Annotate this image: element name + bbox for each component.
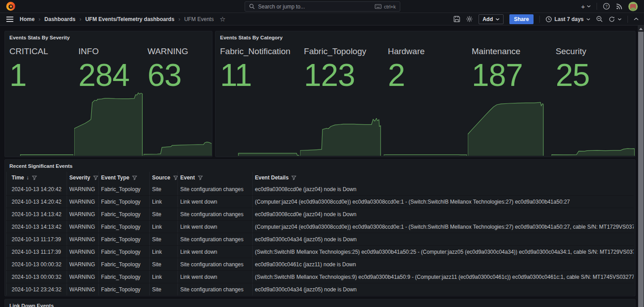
event-row[interactable]: 2024-10-13 14:20:42WARNINGFabric_Topolog… [6, 183, 634, 196]
keyboard-icon [375, 4, 381, 9]
event-row[interactable]: 2024-10-13 11:17:39WARNINGFabric_Topolog… [6, 233, 634, 246]
share-button[interactable]: Share [509, 14, 533, 24]
user-avatar[interactable] [628, 2, 638, 11]
category-stats: Fabric_Notification 11 Fabric_Topology 1… [216, 42, 635, 157]
event-row[interactable]: 2024-10-13 14:13:42WARNINGFabric_Topolog… [6, 208, 634, 221]
add-panel-button[interactable]: Add [479, 14, 504, 24]
stat-value: 11 [220, 60, 298, 91]
breadcrumb-separator: › [80, 16, 81, 22]
event-cell: ec0d9a0300c04a34 (jazz05) node is Down [252, 233, 634, 245]
news-button[interactable] [616, 3, 623, 10]
keyboard-shortcut: ctrl+k [375, 4, 396, 9]
breadcrumb-item[interactable]: Dashboards [44, 16, 75, 22]
stat-label: INFO [78, 47, 141, 56]
event-cell: (Computer:jazz04 (ec0d9a03008ccd0e)) ec0… [252, 221, 634, 233]
event-cell: Site [149, 233, 178, 245]
panel-title[interactable]: Events Stats By Category [216, 31, 635, 40]
event-row[interactable]: 2024-10-12 23:24:32WARNINGFabric_Topolog… [6, 283, 634, 296]
save-dashboard-button[interactable] [453, 16, 460, 22]
scrollbar-thumb[interactable] [638, 32, 644, 307]
refresh-button[interactable] [609, 16, 622, 22]
page-scrollbar[interactable] [638, 26, 644, 307]
event-row[interactable]: 2024-10-13 14:20:42WARNINGFabric_Topolog… [6, 196, 634, 208]
column-header-severity[interactable]: Severity [67, 172, 98, 183]
dashboard-toolbar: Home›Dashboards›UFM Events/Telemetry das… [0, 13, 644, 26]
grafana-logo-icon[interactable] [6, 2, 15, 11]
events-table: Time↓SeverityEvent TypeSourceEventEvent … [6, 172, 634, 296]
stat-label: WARNING [148, 47, 210, 56]
scrollbar-up-arrow[interactable] [639, 28, 643, 30]
column-header-time[interactable]: Time↓ [6, 172, 67, 183]
event-cell: 2024-10-13 14:20:42 [6, 183, 67, 195]
breadcrumb-item[interactable]: UFM Events/Telemetry dashboards [85, 16, 174, 22]
zoom-out-time-button[interactable] [596, 16, 603, 22]
column-header-label: Event Type [101, 175, 129, 181]
sort-desc-icon: ↓ [26, 175, 29, 181]
collapse-top-bar-button[interactable] [634, 17, 639, 21]
event-row[interactable]: 2024-10-13 00:00:32WARNINGFabric_Topolog… [6, 258, 634, 271]
event-cell: ec0d9a03008ccd0e (jazz04) node is Down [252, 208, 634, 220]
event-cell: WARNING [67, 258, 98, 270]
favorite-star-icon[interactable]: ☆ [220, 16, 225, 22]
help-icon: ? [603, 3, 610, 10]
filter-icon[interactable] [173, 175, 178, 180]
mega-menu-button[interactable] [5, 16, 14, 23]
column-header-event-details[interactable]: Event Details [252, 172, 634, 183]
stat-label: Fabric_Notification [220, 47, 298, 56]
svg-text:?: ? [605, 4, 607, 9]
sparkline-chart [216, 152, 299, 156]
event-cell: Link [149, 221, 178, 233]
event-cell: Site [149, 183, 178, 195]
event-cell: Link [149, 196, 178, 208]
search-input[interactable]: Search or jump to... ctrl+k [245, 1, 400, 12]
top-nav: Search or jump to... ctrl+k + ? [0, 0, 644, 13]
dashboard-settings-button[interactable] [466, 16, 473, 22]
event-cell: 2024-10-13 00:00:32 [6, 258, 67, 270]
event-cell: Fabric_Topology [98, 271, 149, 283]
breadcrumb-item[interactable]: Home [20, 16, 34, 22]
breadcrumb-item[interactable]: UFM Events [184, 16, 214, 22]
event-cell: Fabric_Topology [98, 233, 149, 245]
event-cell: Fabric_Topology [98, 221, 149, 233]
table-body: 2024-10-13 14:20:42WARNINGFabric_Topolog… [6, 183, 634, 296]
stat-fabric_topology: Fabric_Topology 123 [300, 42, 384, 157]
search-placeholder: Search or jump to... [258, 4, 372, 10]
filter-icon[interactable] [32, 175, 37, 180]
event-cell: WARNING [67, 271, 98, 283]
panel-events-stats-by-severity: Events Stats By Severity CRITICAL 1 INFO… [4, 31, 212, 157]
event-row[interactable]: 2024-10-13 11:17:39WARNINGFabric_Topolog… [6, 246, 634, 258]
panel-title[interactable]: Recent Significant Events [5, 160, 635, 169]
column-header-event[interactable]: Event [178, 172, 252, 183]
time-range-picker[interactable]: Last 7 days [546, 16, 590, 22]
event-cell: ec0d9a0300c0461c (jazz11) node is Down [252, 258, 634, 270]
sparkline-chart [5, 153, 73, 156]
breadcrumb-separator: › [38, 16, 40, 22]
column-header-source[interactable]: Source [149, 172, 178, 183]
event-cell: Link went down [178, 271, 252, 283]
column-header-event-type[interactable]: Event Type [98, 172, 149, 183]
event-cell: Site configuration changes [178, 258, 252, 270]
filter-icon[interactable] [93, 175, 98, 180]
chevron-up-icon [634, 17, 639, 21]
filter-icon[interactable] [291, 175, 297, 180]
new-menu-button[interactable]: + [581, 3, 591, 10]
panel-recent-significant-events: Recent Significant Events Time↓SeverityE… [4, 159, 636, 296]
panel-title[interactable]: Link Down Events [5, 299, 635, 307]
filter-icon[interactable] [132, 175, 137, 180]
filter-icon[interactable] [198, 175, 203, 180]
sparkline-chart [74, 91, 142, 156]
search-icon [249, 4, 255, 9]
column-header-label: Time [12, 175, 24, 181]
event-row[interactable]: 2024-10-13 14:13:42WARNINGFabric_Topolog… [6, 221, 634, 233]
stat-critical: CRITICAL 1 [5, 42, 74, 157]
sparkline-chart [300, 118, 383, 156]
event-cell: 2024-10-13 14:20:42 [6, 196, 67, 208]
event-cell: Link went down [178, 196, 252, 208]
help-button[interactable]: ? [603, 3, 610, 10]
event-cell: ec0d9a0300c04a34 (jazz05) node is Down [252, 283, 634, 295]
panel-title[interactable]: Events Stats By Severity [5, 31, 212, 40]
event-row[interactable]: 2024-10-13 00:00:32WARNINGFabric_Topolog… [6, 271, 634, 283]
event-cell: Site [149, 283, 178, 295]
clock-icon [546, 16, 552, 22]
column-header-label: Source [152, 175, 170, 181]
